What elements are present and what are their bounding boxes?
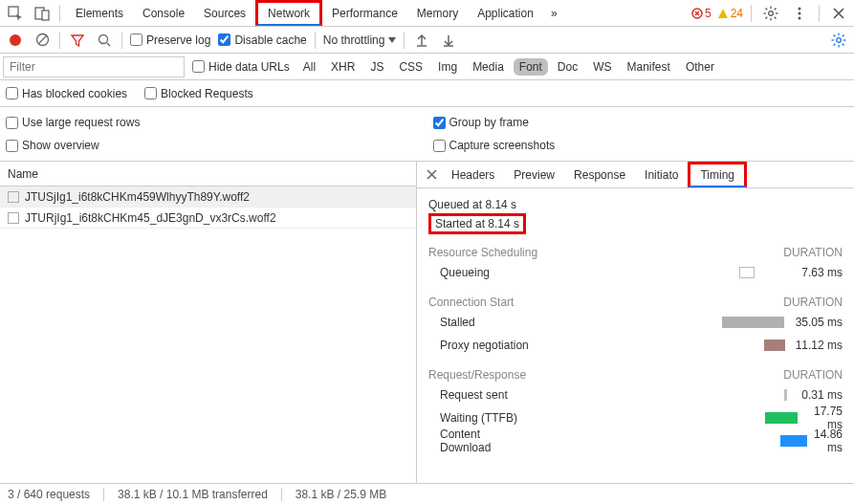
large-rows-label: Use large request rows [22,116,140,129]
panel-tabs: Elements Console Sources Network Perform… [66,0,565,26]
svg-point-22 [837,37,842,42]
svg-line-19 [107,43,110,46]
tab-timing[interactable]: Timing [688,162,747,187]
error-count: 5 [705,7,712,20]
upload-har-icon[interactable] [412,31,431,50]
chip-img[interactable]: Img [432,58,463,76]
tab-initiator[interactable]: Initiato [635,162,688,187]
blocked-requests-checkbox[interactable]: Blocked Requests [144,87,253,100]
svg-point-13 [799,7,801,10]
warning-count: 24 [731,7,743,20]
download-har-icon[interactable] [439,31,458,50]
throttling-select[interactable]: No throttling [323,33,397,47]
show-overview-checkbox[interactable]: Show overview [6,139,99,152]
section-request-response: Request/ResponseDURATION Request sent 0.… [428,366,843,452]
search-icon[interactable] [95,31,114,50]
svg-line-12 [775,8,777,10]
error-count-badge[interactable]: 5 [691,7,712,20]
tab-sources[interactable]: Sources [194,0,255,26]
settings-gear-icon[interactable] [759,2,782,25]
network-settings-gear-icon[interactable] [829,31,848,50]
timing-panel: Queued at 8.14 s Started at 8.14 s Resou… [417,188,854,460]
chip-js[interactable]: JS [364,58,389,76]
has-blocked-cookies-checkbox[interactable]: Has blocked cookies [6,87,127,100]
timing-label: Waiting (TTFB) [428,411,528,425]
status-requests: 3 / 640 requests [8,488,90,501]
group-by-frame-checkbox[interactable]: Group by frame [433,116,529,129]
request-row[interactable]: JTURjIg1_i6t8kCHKm45_dJE3gnD_vx3rCs.woff… [0,208,416,229]
close-detail-icon[interactable] [421,164,442,186]
clear-icon[interactable] [33,31,52,50]
timing-label: Queueing [428,266,572,279]
name-column-header[interactable]: Name [0,162,416,186]
timing-bar [765,412,798,424]
disable-cache-checkbox[interactable]: Disable cache [218,33,306,47]
tab-elements[interactable]: Elements [66,0,133,26]
warning-count-badge[interactable]: 24 [717,7,743,20]
preserve-log-checkbox[interactable]: Preserve log [130,33,210,47]
chip-font[interactable]: Font [514,58,548,76]
capture-screenshots-label: Capture screenshots [449,139,556,152]
duration-header: DURATION [783,246,843,259]
detail-tabs: Headers Preview Response Initiato Timing [417,162,854,188]
capture-screenshots-checkbox[interactable]: Capture screenshots [433,139,556,152]
type-filter-chips: All XHR JS CSS Img Media Font Doc WS Man… [297,58,720,76]
timing-row-queueing: Queueing 7.63 ms [428,261,843,284]
devtools-tabbar: Elements Console Sources Network Perform… [0,0,854,27]
tab-headers[interactable]: Headers [442,162,504,187]
timing-row-waiting: Waiting (TTFB) 17.75 ms [428,406,843,429]
chip-manifest[interactable]: Manifest [622,58,676,76]
chip-doc[interactable]: Doc [552,58,583,76]
svg-point-14 [799,11,801,14]
hide-data-urls-checkbox[interactable]: Hide data URLs [192,60,290,74]
timing-value: 11.12 ms [785,339,843,352]
tab-console[interactable]: Console [133,0,194,26]
device-toolbar-icon[interactable] [31,2,54,25]
chip-all[interactable]: All [297,58,321,76]
request-checkbox[interactable] [8,191,19,203]
svg-point-18 [99,34,108,43]
timing-row-stalled: Stalled 35.05 ms [428,311,843,334]
timing-bar [739,267,755,278]
section-title: Connection Start [428,296,514,309]
record-button[interactable] [6,31,25,50]
filter-icon[interactable] [68,31,87,50]
request-row[interactable]: JTUSjIg1_i6t8kCHKm459WlhyyTh89Y.woff2 [0,186,416,208]
tab-application[interactable]: Application [468,0,543,26]
timing-row-proxy: Proxy negotiation 11.12 ms [428,334,843,357]
request-checkbox[interactable] [8,212,19,224]
timing-label: Stalled [428,316,555,329]
timing-bar [722,317,784,328]
request-name: JTUSjIg1_i6t8kCHKm459WlhyyTh89Y.woff2 [25,190,250,204]
tab-performance[interactable]: Performance [322,0,407,26]
close-devtools-icon[interactable] [827,2,850,25]
chip-ws[interactable]: WS [587,58,617,76]
filter-input[interactable] [3,56,185,77]
svg-point-4 [769,11,774,15]
chip-xhr[interactable]: XHR [325,58,361,76]
chip-other[interactable]: Other [680,58,720,76]
chip-media[interactable]: Media [467,58,510,76]
timing-value: 35.05 ms [784,316,843,329]
queued-at: Queued at 8.14 s [428,196,843,213]
kebab-menu-icon[interactable] [788,2,811,25]
started-at: Started at 8.14 s [428,213,526,234]
blocked-requests-label: Blocked Requests [161,87,253,100]
chip-css[interactable]: CSS [393,58,428,76]
large-rows-checkbox[interactable]: Use large request rows [6,116,140,129]
tab-network[interactable]: Network [255,0,322,26]
tab-overflow[interactable]: » [543,7,565,20]
tab-memory[interactable]: Memory [407,0,468,26]
timing-label: Content Download [428,427,511,454]
filter-row: Hide data URLs All XHR JS CSS Img Media … [0,54,854,80]
tab-preview[interactable]: Preview [504,162,564,187]
throttling-value: No throttling [323,33,385,47]
show-overview-label: Show overview [22,139,99,152]
timing-row-content-download: Content Download 14.86 ms [428,429,843,452]
tab-response[interactable]: Response [564,162,635,187]
svg-line-30 [843,34,844,36]
inspect-element-icon[interactable] [4,2,27,25]
svg-line-27 [834,34,836,36]
svg-line-9 [766,8,768,10]
request-list-pane: Name JTUSjIg1_i6t8kCHKm459WlhyyTh89Y.wof… [0,162,417,484]
